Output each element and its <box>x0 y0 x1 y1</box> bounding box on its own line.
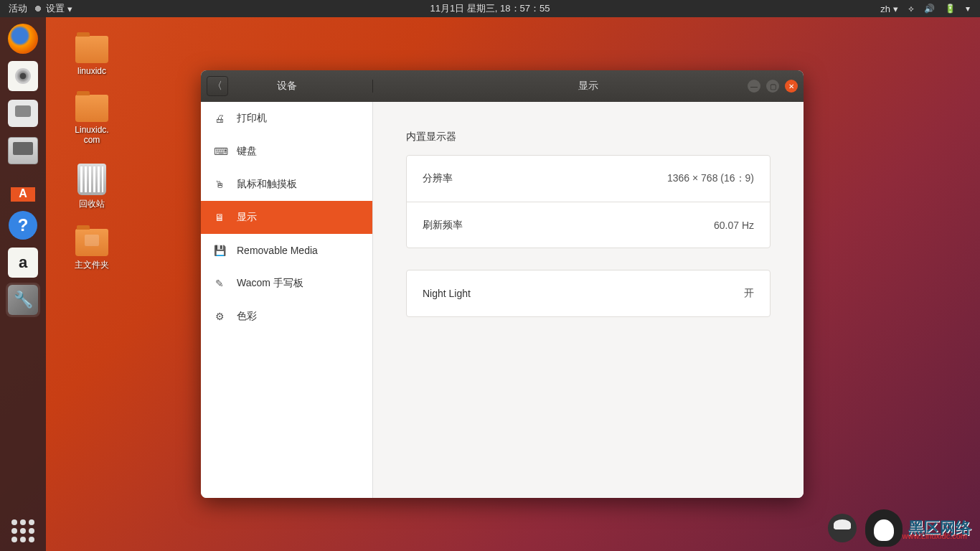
input-method-indicator[interactable]: zh ▾ <box>880 4 898 14</box>
sidebar-item-label: 键盘 <box>237 145 257 158</box>
settings-window: 〈 设备 显示 — ▢ ✕ 🖨 打印机 ⌨ 键盘 🖱 鼠标和触摸板 <box>201 70 804 498</box>
watermark: 黑区网络 www.Linuxidc.com <box>828 509 971 547</box>
battery-icon[interactable]: 🔋 <box>945 4 956 14</box>
sidebar-item-color[interactable]: ⚙ 色彩 <box>201 300 372 333</box>
display-settings-group: 分辨率 980 × 551 (16：9) 刷新频率 60.07 Hz <box>406 155 771 248</box>
amazon-icon: a <box>8 248 38 278</box>
desktop-home[interactable]: 主文件夹 <box>63 229 121 271</box>
dock-amazon[interactable]: a <box>6 245 40 280</box>
desktop-folder-linuxidc[interactable]: linuxidc <box>63 36 121 76</box>
chevron-left-icon: 〈 <box>212 80 222 93</box>
sidebar-item-wacom[interactable]: ✎ Wacom 手写板 <box>201 267 372 300</box>
display-icon: 🖥 <box>214 212 225 223</box>
chevron-down-icon: ▾ <box>67 4 72 14</box>
dock-photos[interactable] <box>6 96 40 131</box>
clock[interactable]: 11月1日 星期三, 18：57：55 <box>430 2 550 15</box>
dock-help[interactable]: ? <box>6 208 40 242</box>
firefox-icon <box>8 24 38 54</box>
watermark-url: www.Linuxidc.com <box>903 532 967 540</box>
folder-icon <box>75 95 108 122</box>
gear-icon <box>33 4 43 14</box>
icon-label: 回收站 <box>79 198 105 210</box>
icon-label: Linuxidc. com <box>75 125 108 145</box>
printer-icon: 🖨 <box>214 113 225 124</box>
folder-icon <box>75 36 108 63</box>
back-button[interactable]: 〈 <box>207 76 228 96</box>
setting-value: 60.07 Hz <box>714 220 754 231</box>
sidebar-item-label: 色彩 <box>237 310 257 323</box>
dock-rhythmbox[interactable] <box>6 59 40 93</box>
resolution-row[interactable]: 分辨率 980 × 551 (16：9) <box>407 156 770 202</box>
setting-label: 刷新频率 <box>423 219 463 232</box>
setting-label: 分辨率 <box>423 172 453 185</box>
dock-firefox[interactable] <box>6 22 40 56</box>
help-icon: ? <box>9 211 37 240</box>
activities-button[interactable]: 活动 <box>9 2 27 15</box>
desktop-trash[interactable]: 回收站 <box>63 164 121 210</box>
sidebar-item-label: 打印机 <box>237 112 267 125</box>
mushroom-icon <box>828 514 857 542</box>
desktop-icons: linuxidc Linuxidc. com 回收站 主文件夹 <box>63 36 121 271</box>
chevron-down-icon[interactable]: ▾ <box>966 4 970 14</box>
top-panel: 活动 设置 ▾ 11月1日 星期三, 18：57：55 zh ▾ ⟡ 🔊 🔋 ▾ <box>0 0 980 17</box>
close-button[interactable]: ✕ <box>785 80 798 93</box>
wifi-icon[interactable]: ⟡ <box>908 4 914 14</box>
refresh-rate-row[interactable]: 刷新频率 60.07 Hz <box>407 202 770 248</box>
sidebar-item-keyboard[interactable]: ⌨ 键盘 <box>201 135 372 168</box>
app-menu-label: 设置 <box>46 2 65 15</box>
dock-software[interactable] <box>6 171 40 205</box>
night-light-row[interactable]: Night Light 开 <box>407 270 770 316</box>
sidebar-item-display[interactable]: 🖥 显示 <box>201 201 372 234</box>
dock-settings[interactable]: 🔧 <box>6 283 40 317</box>
color-icon: ⚙ <box>214 311 225 322</box>
app-menu[interactable]: 设置 ▾ <box>33 2 72 15</box>
keyboard-icon: ⌨ <box>214 146 225 157</box>
window-title: 显示 <box>373 80 804 93</box>
mouse-icon: 🖱 <box>214 179 225 190</box>
night-light-group: Night Light 开 <box>406 270 771 317</box>
settings-sidebar: 🖨 打印机 ⌨ 键盘 🖱 鼠标和触摸板 🖥 显示 💾 Removable Med… <box>201 102 373 498</box>
sidebar-item-removable-media[interactable]: 💾 Removable Media <box>201 234 372 267</box>
volume-icon[interactable]: 🔊 <box>924 4 935 14</box>
sidebar-item-printers[interactable]: 🖨 打印机 <box>201 102 372 135</box>
sidebar-item-label: 鼠标和触摸板 <box>237 178 297 191</box>
maximize-button[interactable]: ▢ <box>766 80 779 93</box>
desktop-folder-linuxidc-com[interactable]: Linuxidc. com <box>63 95 121 145</box>
sidebar-item-mouse[interactable]: 🖱 鼠标和触摸板 <box>201 168 372 201</box>
dock-files[interactable] <box>6 133 40 168</box>
setting-value: 开 <box>744 287 754 300</box>
display-section-title: 内置显示器 <box>406 131 771 143</box>
setting-label: Night Light <box>423 288 471 299</box>
sidebar-item-label: Removable Media <box>237 245 318 256</box>
penguin-icon <box>865 509 903 547</box>
speaker-icon <box>8 61 38 91</box>
show-applications[interactable] <box>11 519 34 542</box>
setting-value: 980 × 551 (16：9) <box>667 172 754 185</box>
sidebar-item-label: 显示 <box>237 211 257 224</box>
chevron-down-icon: ▾ <box>893 4 898 14</box>
section-title: 设备 <box>277 80 297 93</box>
tablet-icon: ✎ <box>214 278 225 289</box>
dock: ? a 🔧 <box>0 17 46 551</box>
trash-icon <box>77 164 106 195</box>
titlebar[interactable]: 〈 设备 显示 — ▢ ✕ <box>201 70 804 102</box>
icon-label: linuxidc <box>77 66 106 76</box>
minimize-button[interactable]: — <box>748 80 760 93</box>
settings-icon: 🔧 <box>8 285 38 315</box>
files-icon <box>8 137 38 164</box>
sidebar-item-label: Wacom 手写板 <box>237 277 303 290</box>
settings-content: 内置显示器 分辨率 980 × 551 (16：9) 刷新频率 60.07 H… <box>373 102 804 498</box>
camera-icon <box>8 100 38 127</box>
icon-label: 主文件夹 <box>75 259 109 271</box>
software-icon <box>8 174 38 202</box>
home-folder-icon <box>75 229 108 256</box>
media-icon: 💾 <box>214 245 225 256</box>
